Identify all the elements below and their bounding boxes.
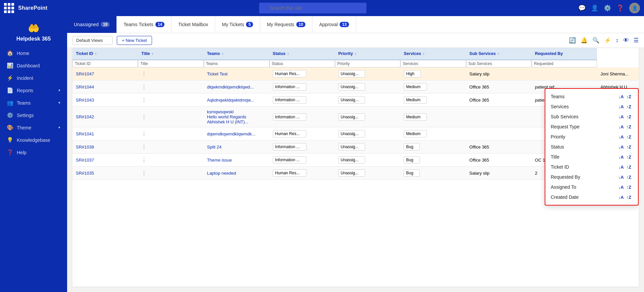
col-priority[interactable]: Priority ↑ bbox=[335, 48, 400, 60]
sort-asc-icon[interactable]: ↓A bbox=[617, 94, 625, 99]
ticket-id-link[interactable]: SR#1035 bbox=[76, 171, 94, 176]
teams-select[interactable]: Information ... bbox=[273, 156, 306, 164]
priority-select[interactable]: Bug bbox=[404, 169, 420, 177]
sort-desc-icon[interactable]: ↑Z bbox=[625, 165, 633, 170]
sort-asc-icon[interactable]: ↓A bbox=[617, 175, 625, 180]
sidebar-item-knowledgebase[interactable]: 💡 Knowledgebase bbox=[3, 134, 64, 146]
sidebar-item-help[interactable]: ❓ Help bbox=[3, 147, 64, 158]
row-menu-icon[interactable]: ⋮ bbox=[141, 170, 147, 176]
col-title[interactable]: Title ↑ bbox=[138, 48, 203, 60]
sort-item-teams[interactable]: Teams ↓A ↑Z bbox=[545, 92, 638, 102]
tab-unassigned[interactable]: Unassigned19 bbox=[67, 16, 117, 33]
priority-select[interactable]: Bug bbox=[404, 156, 420, 164]
priority-select[interactable]: Bug bbox=[404, 143, 420, 151]
tab-teams-tickets[interactable]: Teams Tickets14 bbox=[117, 16, 171, 33]
status-select[interactable]: Unassig... bbox=[338, 143, 365, 151]
col-teams[interactable]: Teams ↑ bbox=[204, 48, 269, 60]
sort-item-title[interactable]: Title ↓A ↑Z bbox=[545, 152, 638, 162]
chat-icon[interactable]: 💬 bbox=[578, 4, 586, 12]
ticket-id-link[interactable]: SR#1037 bbox=[76, 158, 94, 163]
filter-ticket-id[interactable] bbox=[72, 60, 138, 67]
new-ticket-button[interactable]: + New Ticket bbox=[117, 36, 152, 45]
sort-icon[interactable]: ↕ bbox=[616, 37, 619, 44]
teams-select[interactable]: Information ... bbox=[273, 143, 306, 151]
sort-desc-icon[interactable]: ↑Z bbox=[625, 175, 633, 180]
sidebar-item-home[interactable]: 🏠 Home bbox=[3, 47, 64, 59]
sort-asc-icon[interactable]: ↓A bbox=[617, 155, 625, 160]
tab-ticket-mailbox[interactable]: Ticket Mailbox bbox=[171, 16, 215, 33]
sort-asc-icon[interactable]: ↓A bbox=[617, 124, 625, 129]
filter-search-icon[interactable]: 🔍 bbox=[592, 37, 599, 44]
row-menu-icon[interactable]: ⋮ bbox=[141, 84, 147, 90]
row-menu-icon[interactable]: ⋮ bbox=[141, 97, 147, 103]
people-icon[interactable]: 👤 bbox=[591, 4, 598, 12]
sort-desc-icon[interactable]: ↑Z bbox=[625, 134, 633, 139]
row-menu-icon[interactable]: ⋮ bbox=[141, 144, 147, 150]
tab-approval[interactable]: Approval13 bbox=[312, 16, 356, 33]
search-input[interactable] bbox=[259, 3, 366, 13]
sort-desc-icon[interactable]: ↑Z bbox=[625, 104, 633, 109]
sidebar-item-incident[interactable]: ⚡ Incident bbox=[3, 72, 64, 84]
filter-status[interactable] bbox=[269, 60, 335, 67]
filter-icon[interactable]: ⚡ bbox=[604, 37, 611, 44]
avatar[interactable]: 👤 bbox=[629, 3, 640, 13]
sidebar-item-teams[interactable]: 👥 Teams ▾ bbox=[3, 97, 64, 109]
sort-asc-icon[interactable]: ↓A bbox=[617, 134, 625, 139]
ticket-title-link[interactable]: Split 24 bbox=[207, 144, 221, 150]
priority-select[interactable]: Medium bbox=[404, 83, 427, 91]
teams-select[interactable]: Information ... bbox=[273, 83, 306, 91]
sort-item-status[interactable]: Status ↓A ↑Z bbox=[545, 142, 638, 152]
col-sub-services[interactable]: Sub Services ↑ bbox=[466, 48, 532, 60]
ticket-id-link[interactable]: SR#1041 bbox=[76, 131, 94, 136]
col-services[interactable]: Services ↑ bbox=[400, 48, 466, 60]
sort-asc-icon[interactable]: ↓A bbox=[617, 195, 625, 200]
status-select[interactable]: Unassig... bbox=[338, 113, 365, 121]
help-icon[interactable]: ❓ bbox=[616, 4, 624, 12]
status-select[interactable]: Unassig... bbox=[338, 156, 365, 164]
sort-item-created-date[interactable]: Created Date ↓A ↑Z bbox=[545, 192, 638, 202]
col-ticket-id[interactable]: Ticket ID ↑ bbox=[72, 48, 138, 60]
notification-icon[interactable]: 🔔 bbox=[581, 37, 588, 44]
ticket-title-link[interactable]: dlqwkmdklqwmdklqwd... bbox=[207, 84, 254, 90]
filter-priority[interactable] bbox=[335, 60, 400, 67]
filter-requested-by[interactable] bbox=[532, 60, 597, 67]
filter-services[interactable] bbox=[400, 60, 466, 67]
grid-menu-icon[interactable] bbox=[4, 3, 14, 13]
teams-select[interactable]: Human Res... bbox=[273, 70, 306, 77]
sort-asc-icon[interactable]: ↓A bbox=[617, 104, 625, 109]
teams-select[interactable]: Information ... bbox=[273, 113, 306, 121]
filter-sub-services[interactable] bbox=[466, 60, 532, 67]
sidebar-item-theme[interactable]: 🎨 Theme ▾ bbox=[3, 122, 64, 133]
status-select[interactable]: Unassig... bbox=[338, 130, 365, 137]
status-select[interactable]: Unassig... bbox=[338, 83, 365, 91]
sort-desc-icon[interactable]: ↑Z bbox=[625, 144, 633, 150]
refresh-icon[interactable]: 🔄 bbox=[569, 37, 576, 44]
ticket-id-link[interactable]: SR#1043 bbox=[76, 98, 94, 103]
sort-asc-icon[interactable]: ↓A bbox=[617, 114, 625, 119]
sort-asc-icon[interactable]: ↓A bbox=[617, 185, 625, 190]
priority-select[interactable]: Medium bbox=[404, 113, 427, 121]
ticket-title-link[interactable]: Aqkdnqwkldqwkldmqw... bbox=[207, 98, 254, 103]
ticket-title-link[interactable]: Theme issue bbox=[207, 158, 232, 163]
teams-select[interactable]: Human Res... bbox=[273, 130, 306, 137]
sort-item-sub-services[interactable]: Sub Services ↓A ↑Z bbox=[545, 112, 638, 122]
sort-asc-icon[interactable]: ↓A bbox=[617, 165, 625, 170]
view-icon[interactable]: 👁 bbox=[623, 37, 629, 44]
row-menu-icon[interactable]: ⋮ bbox=[141, 71, 147, 77]
sort-desc-icon[interactable]: ↑Z bbox=[625, 94, 633, 99]
sort-item-assigned-to[interactable]: Assigned To ↓A ↑Z bbox=[545, 182, 638, 192]
status-select[interactable]: Unassig... bbox=[338, 169, 365, 177]
filter-teams[interactable] bbox=[204, 60, 269, 67]
ticket-id-link[interactable]: SR#1042 bbox=[76, 114, 94, 119]
ticket-title-link[interactable]: ksmqwsqwskl Hello world Regards Abhishek… bbox=[207, 109, 249, 124]
sort-item-priority[interactable]: Priority ↓A ↑Z bbox=[545, 132, 638, 142]
sort-desc-icon[interactable]: ↑Z bbox=[625, 155, 633, 160]
sort-asc-icon[interactable]: ↓A bbox=[617, 144, 625, 150]
row-menu-icon[interactable]: ⋮ bbox=[141, 131, 147, 137]
status-select[interactable]: Unassig... bbox=[338, 96, 365, 104]
ticket-id-link[interactable]: SR#1038 bbox=[76, 144, 94, 150]
priority-select[interactable]: Medium bbox=[404, 130, 427, 137]
col-status[interactable]: Status ↑ bbox=[269, 48, 335, 60]
tab-my-requests[interactable]: My Requests10 bbox=[260, 16, 312, 33]
teams-select[interactable]: Human Res... bbox=[273, 169, 306, 177]
